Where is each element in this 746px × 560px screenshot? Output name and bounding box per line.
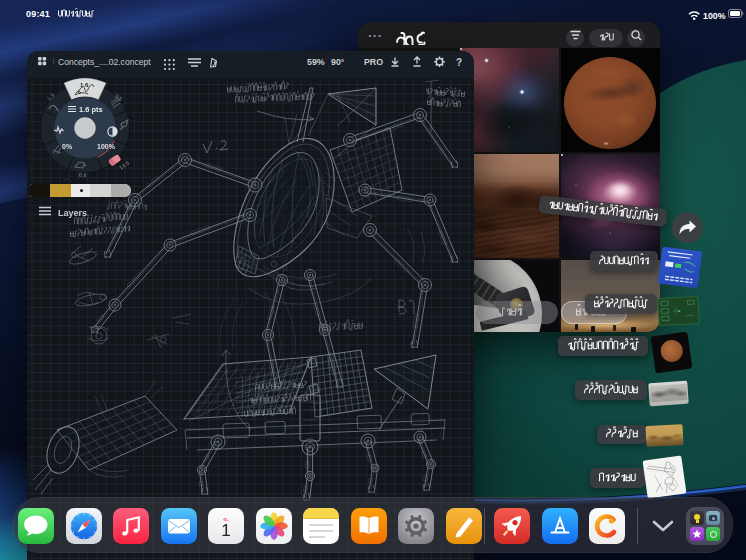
svg-text:14.5: 14.5: [118, 160, 130, 171]
svg-text:1.6 pts: 1.6 pts: [79, 105, 103, 114]
svg-text:100%: 100%: [97, 143, 116, 150]
svg-text:1.6: 1.6: [80, 82, 89, 88]
svg-text:PRO: PRO: [364, 57, 383, 67]
svg-text:?: ?: [456, 57, 462, 68]
svg-text:0%: 0%: [62, 143, 73, 150]
svg-text:Concepts_....02.concept: Concepts_....02.concept: [58, 57, 151, 67]
svg-text:6.8: 6.8: [79, 172, 87, 179]
svg-text:100%: 100%: [703, 11, 726, 21]
svg-text:1: 1: [221, 521, 230, 540]
svg-text:Layers: Layers: [58, 208, 87, 218]
svg-text:90°: 90°: [331, 57, 345, 67]
svg-text:59%: 59%: [307, 57, 325, 67]
